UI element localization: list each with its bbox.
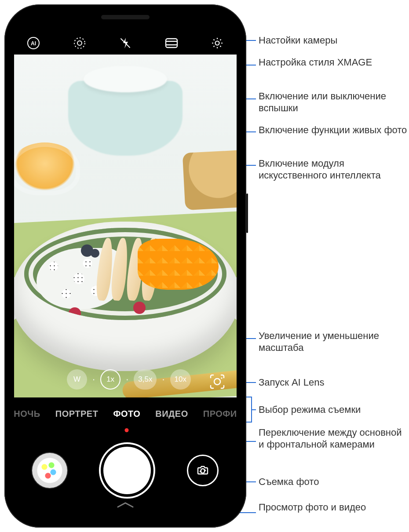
food-bowl [14,222,237,371]
orange-cubes [138,239,219,290]
svg-text:AI: AI [31,40,36,47]
label-zoom: Увеличение и уменьшение масштаба [259,330,408,353]
switch-camera-button[interactable] [187,455,219,486]
svg-point-12 [77,41,82,45]
svg-point-20 [221,377,222,379]
background-pot [68,81,183,156]
svg-point-19 [214,379,220,385]
label-live: Включение функции живых фото [259,124,408,136]
svg-rect-15 [166,39,177,47]
phone-speaker [101,15,150,19]
blueberries [81,244,93,257]
ai-master-icon[interactable]: AI [26,36,40,50]
mode-portrait[interactable]: ПОРТРЕТ [55,409,99,419]
mode-selector[interactable]: НОЧЬ ПОРТРЕТ ФОТО ВИДЕО ПРОФИ [14,402,237,426]
active-mode-indicator [125,428,129,432]
zoom-1x[interactable]: 1x [100,369,121,390]
flash-off-icon[interactable] [118,36,132,50]
mode-pro[interactable]: ПРОФИ [203,409,237,419]
raspberry [133,302,146,314]
zoom-3-5x[interactable]: 3,5x [134,369,157,390]
mode-photo[interactable]: ФОТО [113,409,140,419]
phone-screen: AI [14,26,237,515]
gallery-thumbnail[interactable] [32,453,67,488]
label-flash: Включение или выключение вспышки [259,90,408,114]
label-gallery: Просмотр фото и видео [259,501,408,513]
settings-gear-icon[interactable] [210,36,224,50]
chevron-up-icon[interactable] [115,500,135,511]
label-style: Настройка стиля XMAGE [259,56,408,68]
zoom-wide[interactable]: W [67,369,87,390]
zoom-10x[interactable]: 10x [170,369,191,390]
svg-point-13 [74,38,85,48]
camera-top-bar: AI [14,34,237,52]
bottom-controls [14,435,237,506]
background-nuts-jar [183,149,237,210]
label-modes: Выбор режима съемки [259,404,408,415]
xmage-style-icon[interactable] [164,36,179,50]
label-settings: Настойки камеры [259,34,408,46]
camera-viewfinder[interactable]: W · 1x · 3,5x · 10x [14,55,237,397]
live-photo-icon[interactable] [73,36,87,50]
zoom-controls: W · 1x · 3,5x · 10x [14,369,237,390]
mode-night[interactable]: НОЧЬ [14,409,40,419]
phone-frame: AI [4,4,246,528]
svg-point-18 [215,41,219,45]
mode-video[interactable]: ВИДЕО [155,409,188,419]
shutter-button[interactable] [103,447,151,494]
mode-photo-label: ФОТО [113,409,140,419]
label-ailens: Запуск AI Lens [259,376,408,388]
background-glass [14,142,80,195]
label-flip: Переключение между основной и фронтально… [259,426,408,450]
ai-lens-icon[interactable] [207,371,228,392]
label-shutter: Съемка фото [259,476,408,488]
label-ai: Включение модуля искусственного интеллек… [259,157,408,181]
